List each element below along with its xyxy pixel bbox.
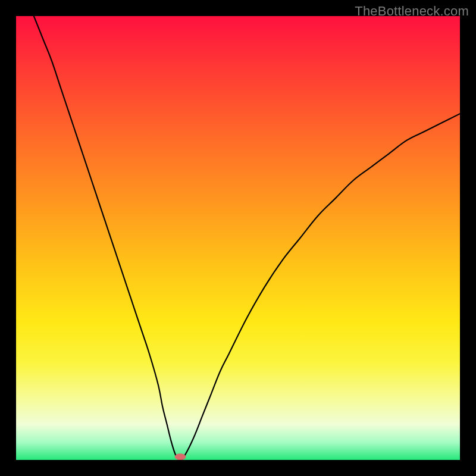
chart-svg [16, 16, 460, 460]
minimum-marker [175, 454, 186, 460]
watermark-text: TheBottleneck.com [355, 4, 469, 19]
plot-area [16, 16, 460, 460]
chart-frame: TheBottleneck.com [0, 0, 476, 476]
bottleneck-curve [34, 16, 460, 460]
